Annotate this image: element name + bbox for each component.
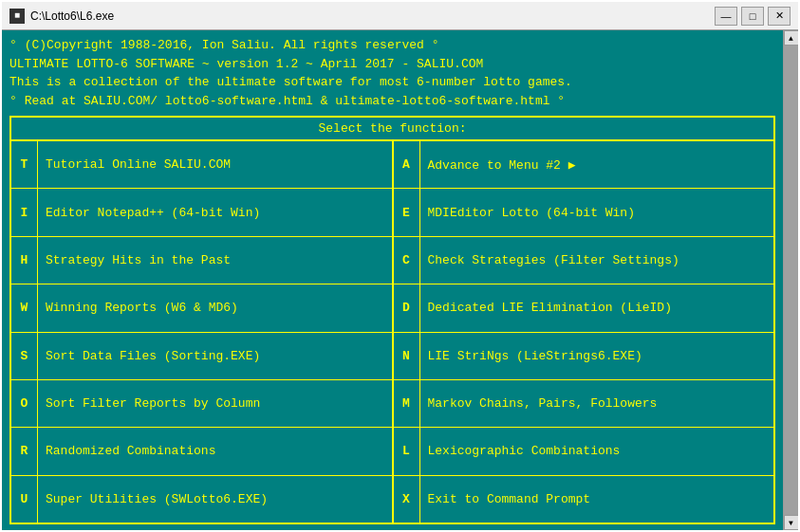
menu-right-label-5[interactable]: Markov Chains, Pairs, Followers: [420, 380, 774, 427]
menu-left-label-3[interactable]: Winning Reports (W6 & MD6): [38, 284, 392, 331]
maximize-button[interactable]: □: [741, 7, 764, 26]
menu-left-key-4[interactable]: S: [11, 333, 38, 379]
scrollbar-track[interactable]: [784, 46, 798, 515]
scrollbar[interactable]: ▲ ▼: [783, 30, 798, 530]
title-bar-left: ■ C:\Lotto6\L6.exe: [9, 9, 114, 24]
menu-rows: T Tutorial Online SALIU.COM A Advance to…: [11, 141, 773, 523]
menu-right-key-0[interactable]: A: [394, 141, 420, 188]
menu-right-key-7[interactable]: X: [394, 476, 420, 523]
menu-right-label-0[interactable]: Advance to Menu #2 ▶: [420, 141, 774, 188]
menu-container: Select the function: T Tutorial Online S…: [9, 116, 775, 524]
menu-row: H Strategy Hits in the Past C Check Stra…: [11, 237, 773, 284]
menu-right-key-4[interactable]: N: [394, 333, 420, 379]
menu-row: T Tutorial Online SALIU.COM A Advance to…: [11, 141, 773, 189]
menu-row: U Super Utilities (SWLotto6.EXE) X Exit …: [11, 476, 773, 523]
menu-left-key-5[interactable]: O: [11, 380, 38, 427]
scroll-up-button[interactable]: ▲: [784, 30, 799, 46]
menu-left-label-5[interactable]: Sort Filter Reports by Column: [38, 380, 392, 427]
menu-right-key-5[interactable]: M: [394, 380, 420, 427]
menu-row: O Sort Filter Reports by Column M Markov…: [11, 380, 773, 428]
main-window: ■ C:\Lotto6\L6.exe — □ ✕ ° (C)Copyright …: [0, 0, 800, 532]
header-line1: ° (C)Copyright 1988-2016, Ion Saliu. All…: [9, 36, 775, 55]
menu-left-key-7[interactable]: U: [11, 476, 38, 523]
menu-right-key-2[interactable]: C: [394, 237, 420, 284]
menu-left-key-6[interactable]: R: [11, 428, 38, 474]
close-button[interactable]: ✕: [768, 7, 791, 26]
menu-left-label-7[interactable]: Super Utilities (SWLotto6.EXE): [38, 476, 392, 523]
content-area: ° (C)Copyright 1988-2016, Ion Saliu. All…: [2, 30, 798, 530]
scroll-down-button[interactable]: ▼: [784, 515, 799, 530]
menu-right-label-4[interactable]: LIE StriNgs (LieStrings6.EXE): [420, 333, 774, 379]
menu-left-label-4[interactable]: Sort Data Files (Sorting.EXE): [38, 333, 392, 379]
title-bar: ■ C:\Lotto6\L6.exe — □ ✕: [2, 2, 798, 30]
menu-left-label-6[interactable]: Randomized Combinations: [38, 428, 392, 474]
menu-row: W Winning Reports (W6 & MD6) D Dedicated…: [11, 284, 773, 332]
menu-row: I Editor Notepad++ (64-bit Win) E MDIEdi…: [11, 189, 773, 236]
main-content: ° (C)Copyright 1988-2016, Ion Saliu. All…: [2, 30, 783, 530]
menu-right-key-6[interactable]: L: [394, 428, 420, 474]
menu-left-label-1[interactable]: Editor Notepad++ (64-bit Win): [38, 189, 392, 235]
window-icon: ■: [9, 9, 25, 24]
menu-right-label-7[interactable]: Exit to Command Prompt: [420, 476, 774, 523]
header-line4: ° Read at SALIU.COM/ lotto6-software.htm…: [9, 92, 775, 111]
title-buttons: — □ ✕: [715, 7, 791, 26]
menu-right-label-3[interactable]: Dedicated LIE Elimination (LieID): [420, 284, 774, 331]
menu-right-key-3[interactable]: D: [394, 284, 420, 331]
menu-left-label-2[interactable]: Strategy Hits in the Past: [38, 237, 392, 284]
menu-left-key-1[interactable]: I: [11, 189, 38, 235]
menu-left-key-2[interactable]: H: [11, 237, 38, 284]
menu-row: S Sort Data Files (Sorting.EXE) N LIE St…: [11, 333, 773, 380]
menu-title: Select the function:: [11, 118, 773, 141]
menu-right-label-6[interactable]: Lexicographic Combinations: [420, 428, 774, 474]
header-section: ° (C)Copyright 1988-2016, Ion Saliu. All…: [9, 36, 775, 110]
menu-right-key-1[interactable]: E: [394, 189, 420, 235]
minimize-button[interactable]: —: [715, 7, 737, 26]
menu-right-label-2[interactable]: Check Strategies (Filter Settings): [420, 237, 774, 284]
menu-right-label-1[interactable]: MDIEditor Lotto (64-bit Win): [420, 189, 774, 235]
header-line2: ULTIMATE LOTTO-6 SOFTWARE ~ version 1.2 …: [9, 55, 775, 74]
menu-left-key-3[interactable]: W: [11, 284, 38, 331]
menu-row: R Randomized Combinations L Lexicographi…: [11, 428, 773, 475]
menu-left-label-0[interactable]: Tutorial Online SALIU.COM: [38, 141, 392, 188]
header-line3: This is a collection of the ultimate sof…: [9, 73, 775, 92]
menu-left-key-0[interactable]: T: [11, 141, 38, 188]
window-title: C:\Lotto6\L6.exe: [30, 9, 114, 23]
